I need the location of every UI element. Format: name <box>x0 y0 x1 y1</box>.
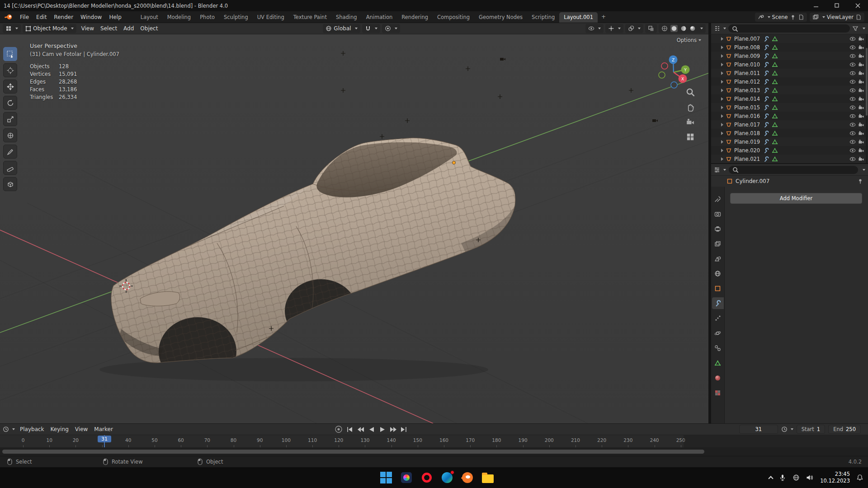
expand-arrow-icon[interactable] <box>721 54 723 58</box>
zoom-view-button[interactable] <box>686 88 695 97</box>
play-reverse-button[interactable] <box>368 426 375 433</box>
auto-keying-button[interactable] <box>335 425 343 433</box>
outliner-row[interactable]: Plane.017 <box>711 120 868 129</box>
xray-toggle[interactable] <box>645 24 657 33</box>
physics-tab-icon[interactable] <box>712 327 724 339</box>
render-visibility-icon[interactable] <box>858 36 864 42</box>
add-modifier-button[interactable]: Add Modifier <box>730 193 862 204</box>
menubar-menu[interactable]: Render <box>50 12 77 22</box>
scrollbar-thumb[interactable] <box>2 450 704 454</box>
workspace-tab[interactable]: Layout <box>136 12 163 23</box>
camera-view-button[interactable] <box>686 117 695 127</box>
overlays-toggle[interactable] <box>625 24 643 33</box>
workspace-tab[interactable]: Photo <box>195 12 219 23</box>
outliner-row[interactable]: Plane.015 <box>711 103 868 112</box>
shading-wireframe-icon[interactable] <box>661 25 668 32</box>
file-explorer-icon[interactable] <box>481 471 494 484</box>
shading-solid-icon[interactable] <box>670 25 678 32</box>
expand-arrow-icon[interactable] <box>721 46 723 49</box>
network-icon[interactable] <box>793 474 800 481</box>
move-tool[interactable] <box>3 80 17 94</box>
maximize-button[interactable] <box>826 0 847 11</box>
outliner-row[interactable]: Plane.016 <box>711 112 868 120</box>
world-tab-icon[interactable] <box>712 267 724 279</box>
hide-eye-icon[interactable] <box>849 113 856 119</box>
expand-arrow-icon[interactable] <box>721 123 723 127</box>
render-tab-icon[interactable] <box>712 208 724 220</box>
expand-arrow-icon[interactable] <box>721 89 723 92</box>
hide-eye-icon[interactable] <box>849 79 856 85</box>
viewlayer-selector[interactable]: ViewLayer <box>810 13 864 22</box>
minimize-button[interactable] <box>806 0 826 11</box>
render-visibility-icon[interactable] <box>858 147 864 154</box>
pan-hand-button[interactable] <box>686 103 695 112</box>
timeline-menu[interactable]: View <box>72 425 91 434</box>
outliner-row[interactable]: Plane.021 <box>711 155 868 163</box>
toggle-ortho-button[interactable] <box>686 132 695 141</box>
workspace-tab[interactable]: Compositing <box>433 12 474 23</box>
camera-objects[interactable] <box>500 58 658 122</box>
render-visibility-icon[interactable] <box>858 130 864 136</box>
tray-expand-icon[interactable] <box>768 476 773 481</box>
prev-keyframe-button[interactable] <box>357 426 364 433</box>
workspace-tab[interactable]: Animation <box>362 12 397 23</box>
car-model[interactable] <box>81 125 538 386</box>
playback-sync-dropdown[interactable] <box>781 426 793 432</box>
timeline-menu[interactable]: Keying <box>47 425 72 434</box>
microphone-icon[interactable] <box>779 474 786 481</box>
menubar-menu[interactable]: Help <box>105 12 125 22</box>
expand-arrow-icon[interactable] <box>721 114 723 118</box>
add-cube-tool[interactable] <box>3 177 17 191</box>
viewport-menu[interactable]: Select <box>97 24 120 33</box>
outliner-row[interactable]: Plane.007 <box>711 34 868 43</box>
expand-arrow-icon[interactable] <box>721 131 723 135</box>
blender-app-icon[interactable] <box>461 471 474 484</box>
transform-orientation[interactable]: Global <box>323 24 360 33</box>
viewport-menu[interactable]: Object <box>137 24 161 33</box>
cursor-tool[interactable] <box>3 63 17 77</box>
hide-eye-icon[interactable] <box>849 139 856 145</box>
shading-rendered-icon[interactable] <box>689 25 696 32</box>
workspace-tab[interactable]: Texture Paint <box>289 12 331 23</box>
texture-tab-icon[interactable] <box>712 387 724 399</box>
menubar-menu[interactable]: Edit <box>33 12 50 22</box>
viewport-menu[interactable]: View <box>78 24 97 33</box>
taskbar-clock[interactable]: 23:45 10.12.2023 <box>820 471 850 484</box>
render-visibility-icon[interactable] <box>858 113 864 119</box>
timeline-ruler[interactable]: 0 10 20 30 40 50 <box>0 435 868 447</box>
outliner-scrollbar[interactable] <box>866 34 868 163</box>
render-visibility-icon[interactable] <box>858 61 864 68</box>
frame-end-field[interactable]: End250 <box>828 425 861 434</box>
expand-arrow-icon[interactable] <box>721 37 723 41</box>
workspace-tab[interactable]: Geometry Nodes <box>474 12 527 23</box>
pin-icon[interactable] <box>857 178 863 184</box>
expand-arrow-icon[interactable] <box>721 80 723 84</box>
object-tab-icon[interactable] <box>712 282 724 294</box>
constraints-tab-icon[interactable] <box>712 342 724 354</box>
modifiers-tab-icon[interactable] <box>712 297 724 309</box>
3d-viewport[interactable]: User Perspective (31) Cam ve Fotolar | C… <box>0 34 708 423</box>
hide-eye-icon[interactable] <box>849 53 856 59</box>
menubar-menu[interactable]: File <box>16 12 33 22</box>
workspace-tab[interactable]: Layout.001 <box>559 12 598 23</box>
shading-material-icon[interactable] <box>680 25 687 32</box>
render-visibility-icon[interactable] <box>858 139 864 145</box>
material-tab-icon[interactable] <box>712 372 724 384</box>
hide-eye-icon[interactable] <box>849 130 856 136</box>
hide-eye-icon[interactable] <box>849 104 856 111</box>
hide-eye-icon[interactable] <box>849 61 856 68</box>
workspace-tab[interactable]: Modeling <box>163 12 195 23</box>
photos-app-icon[interactable] <box>400 471 413 484</box>
render-visibility-icon[interactable] <box>858 96 864 102</box>
render-visibility-icon[interactable] <box>858 104 864 111</box>
workspace-tab[interactable]: Sculpting <box>219 12 253 23</box>
timeline-scrollbar[interactable] <box>0 447 868 456</box>
annotate-tool[interactable] <box>3 145 17 159</box>
menubar-menu[interactable]: Window <box>77 12 105 22</box>
particles-tab-icon[interactable] <box>712 312 724 324</box>
expand-arrow-icon[interactable] <box>721 106 723 109</box>
play-button[interactable] <box>378 426 386 433</box>
output-tab-icon[interactable] <box>712 223 724 235</box>
current-frame-field[interactable]: 31 <box>739 425 778 434</box>
timeline-menu[interactable]: Marker <box>91 425 116 434</box>
